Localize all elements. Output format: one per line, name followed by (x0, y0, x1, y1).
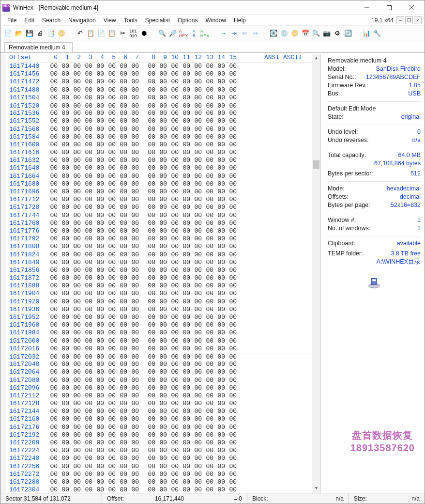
tab-removable-medium[interactable]: Removable medium 4 (4, 42, 73, 52)
titlebar: HEX WinHex - [Removable medium 4] (0, 0, 425, 15)
bpp-value: 52x16=832 (391, 201, 421, 209)
disk-badge-icon (328, 275, 421, 291)
capacity-value: 64.0 MB (398, 151, 421, 159)
undo-value: 0 (417, 128, 421, 136)
open-folder-icon[interactable]: 📂 (14, 29, 24, 38)
hex-pane: Offset 0123456789101112131415 ANSI ASCII… (6, 54, 321, 493)
ascii-header: ANSI ASCII (264, 54, 302, 62)
clipboard-icon[interactable]: 📋 (107, 29, 117, 38)
tab-row: Removable medium 4 (0, 41, 425, 53)
gear-icon[interactable]: ⚙ (333, 29, 342, 38)
mode-label: Mode: (328, 185, 345, 193)
info-panel: Removable medium 4 Model:SanDisk Firebir… (321, 54, 425, 493)
status-sector: Sector 31,584 of 131,072 (0, 493, 102, 504)
goto-icon[interactable]: → (218, 29, 228, 38)
mdi-restore-button[interactable]: ❐ (405, 16, 413, 24)
refresh-icon[interactable]: 🔄 (343, 29, 353, 38)
undo-icon[interactable]: ↶ (75, 29, 85, 38)
case-icon[interactable]: 📊 (362, 29, 371, 38)
undor-value: n/a (412, 136, 421, 144)
menu-specialist[interactable]: Specialist (141, 16, 174, 25)
calendar-icon[interactable]: 📅 (301, 29, 310, 38)
hex-body[interactable]: 1617144000000000000000000000000000000000… (6, 63, 320, 493)
camera-icon[interactable]: 📷 (322, 29, 332, 38)
status-block-value: n/a (335, 495, 344, 502)
vertical-scrollbar[interactable]: ▴ ▾ (312, 54, 320, 493)
statusbar: Sector 31,584 of 131,072 Offset:16,171,4… (0, 493, 425, 504)
watermark: 盘首数据恢复 18913587620 (350, 429, 415, 454)
copy-icon[interactable]: 📋 (86, 29, 95, 38)
nav-fwd-icon[interactable]: ⇒ (250, 29, 260, 38)
serial-label: Serial No.: (328, 73, 356, 81)
temp-value: 3.8 TB free (391, 250, 421, 258)
column-headers: 0123456789101112131415 (46, 54, 237, 62)
disk1-icon[interactable]: 💽 (269, 29, 278, 38)
goto-back-icon[interactable]: ⇥ (229, 29, 239, 38)
offset-header: Offset (6, 54, 46, 62)
nav-back-icon[interactable]: ⇐ (240, 29, 249, 38)
tool-icon[interactable]: 🔧 (372, 29, 382, 38)
svg-rect-0 (387, 5, 392, 10)
capacity-bytes: 67,108,864 bytes (374, 159, 421, 168)
disk2-icon[interactable]: 💿 (279, 29, 289, 38)
find-hex-icon[interactable]: 🔎 (168, 29, 178, 38)
status-offset-label: Offset: (107, 495, 124, 502)
print-icon[interactable]: 🖨 (35, 29, 45, 38)
scroll-up-icon[interactable]: ▴ (312, 54, 320, 63)
version-label: 19.1 x64 (371, 17, 395, 24)
cut-icon[interactable]: ✂ (118, 29, 127, 38)
menu-window[interactable]: Window (201, 16, 230, 25)
menu-view[interactable]: View (100, 16, 120, 25)
menubar: File Edit Search Navigation View Tools S… (0, 15, 425, 26)
find-a-icon[interactable]: AB (189, 29, 199, 38)
clip-label: Clipboard: (328, 239, 355, 248)
new-file-icon[interactable]: 📄 (3, 29, 13, 38)
properties-icon[interactable]: 📑 (46, 29, 56, 38)
bpp-label: Bytes per page: (328, 201, 370, 209)
hex-header: Offset 0123456789101112131415 ANSI ASCII (6, 54, 320, 63)
status-size-value: n/a (411, 495, 420, 502)
binary-icon[interactable]: 101010 (128, 29, 138, 38)
model-value: SanDisk Firebird (376, 65, 421, 73)
open-disk-icon[interactable]: 📀 (57, 29, 66, 38)
firmware-label: Firmware Rev.: (328, 81, 368, 90)
offsets-label: Offsets: (328, 193, 349, 201)
bus-value: USB (408, 90, 421, 98)
nwin-label: No. of windows: (328, 224, 370, 233)
menu-options[interactable]: Options (174, 16, 201, 25)
temp-label: TEMP folder: (328, 250, 363, 258)
close-button[interactable] (400, 0, 423, 15)
scroll-thumb[interactable] (313, 160, 319, 169)
menu-tools[interactable]: Tools (120, 16, 141, 25)
status-eq: = 0 (234, 495, 242, 502)
status-size-label: Size: (354, 495, 367, 502)
minimize-button[interactable] (356, 0, 378, 15)
menu-edit[interactable]: Edit (20, 16, 38, 25)
disk3-icon[interactable]: 📀 (290, 29, 300, 38)
scroll-down-icon[interactable]: ▾ (312, 484, 320, 493)
media-name: Removable medium 4 (328, 57, 387, 65)
menu-navigation[interactable]: Navigation (64, 16, 100, 25)
window-title: WinHex - [Removable medium 4] (13, 4, 356, 11)
menu-file[interactable]: File (3, 16, 20, 25)
model-label: Model: (328, 65, 346, 73)
status-offset-value: 16,171,440 (155, 495, 184, 502)
find-ab-icon[interactable]: AHEX (200, 29, 210, 38)
clip-value: available (397, 239, 421, 248)
mdi-close-button[interactable]: × (414, 16, 422, 24)
hex-icon[interactable]: ⬢ (139, 29, 149, 38)
find-icon[interactable]: 🔍 (157, 29, 167, 38)
undor-label: Undo reverses: (328, 136, 369, 144)
search-icon[interactable]: 🔍 (311, 29, 321, 38)
menu-help[interactable]: Help (230, 16, 250, 25)
state-value: original (401, 113, 421, 121)
paste-icon[interactable]: 📄 (96, 29, 106, 38)
save-icon[interactable]: 💾 (25, 29, 34, 38)
workspace: Offset 0123456789101112131415 ANSI ASCII… (0, 54, 425, 493)
find-text-icon[interactable]: AHEX (179, 29, 188, 38)
nwin-value: 1 (417, 224, 421, 233)
mdi-minimize-button[interactable]: – (396, 16, 404, 24)
menu-search[interactable]: Search (38, 16, 64, 25)
maximize-button[interactable] (378, 0, 400, 15)
win-label: Window #: (328, 216, 356, 224)
